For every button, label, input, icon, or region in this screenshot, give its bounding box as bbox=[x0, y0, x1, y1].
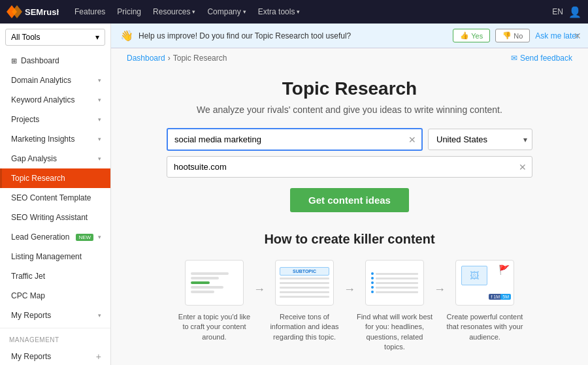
arrow-icon: → bbox=[253, 260, 265, 296]
feedback-bar: 👋 Help us improve! Do you find our Topic… bbox=[111, 24, 588, 48]
chevron-icon: ▾ bbox=[98, 312, 101, 319]
how-to-title: How to create killer content bbox=[137, 232, 562, 247]
dashboard-icon: ⊞ bbox=[11, 57, 17, 65]
list-item bbox=[371, 291, 418, 293]
sidebar-item-seo-writing-assistant[interactable]: SEO Writing Assistant bbox=[0, 208, 110, 227]
list-line bbox=[376, 278, 418, 279]
domain-input-wrapper: ✕ bbox=[167, 156, 532, 178]
sidebar-item-listing-management[interactable]: Listing Management bbox=[0, 247, 110, 266]
sidebar-item-projects[interactable]: Projects ▾ bbox=[0, 110, 110, 129]
chevron-icon: ▾ bbox=[98, 234, 101, 240]
sidebar-item-my-reports-mgmt[interactable]: My Reports + bbox=[0, 346, 110, 365]
sidebar-item-gap-analysis[interactable]: Gap Analysis ▾ bbox=[0, 149, 110, 168]
semrush-logo: SEMrush bbox=[7, 5, 59, 18]
send-feedback-link[interactable]: ✉ Send feedback bbox=[511, 54, 572, 63]
country-wrapper: United States United Kingdom Canada Aust… bbox=[428, 128, 532, 151]
tools-dropdown[interactable]: All Tools ▾ bbox=[5, 29, 105, 46]
chevron-icon: ▾ bbox=[98, 155, 101, 162]
close-icon[interactable]: ✕ bbox=[574, 31, 581, 41]
list-line bbox=[376, 291, 418, 293]
twitter-badge: 5M bbox=[500, 294, 511, 300]
page-title: Topic Research bbox=[137, 78, 562, 99]
feedback-text: Help us improve! Do you find our Topic R… bbox=[139, 31, 448, 40]
sidebar-item-my-reports[interactable]: My Reports ▾ bbox=[0, 306, 110, 325]
clear-topic-icon[interactable]: ✕ bbox=[408, 135, 416, 145]
list-item bbox=[371, 281, 418, 284]
subtopic-label: SUBTOPIC bbox=[280, 267, 329, 276]
topic-input-wrapper: ✕ bbox=[167, 128, 423, 151]
step-2-illustration: SUBTOPIC bbox=[275, 260, 334, 306]
nav-features[interactable]: Features bbox=[69, 0, 110, 24]
dot-icon bbox=[371, 272, 374, 275]
wave-icon: 👋 bbox=[120, 29, 133, 42]
steps-row: Enter a topic you'd like to craft your c… bbox=[137, 260, 562, 353]
list-line bbox=[376, 287, 418, 289]
step-4: 🖼 🚩 f 1M 5M Create powerful content that… bbox=[446, 260, 524, 342]
search-area: ✕ United States United Kingdom Canada Au… bbox=[167, 128, 532, 212]
sidebar-item-seo-content-template[interactable]: SEO Content Template bbox=[0, 188, 110, 208]
chevron-icon: ▾ bbox=[98, 77, 101, 84]
step-3: Find what will work best for you: headli… bbox=[355, 260, 434, 353]
ask-later-link[interactable]: Ask me later bbox=[535, 31, 579, 40]
sidebar-item-traffic-jet[interactable]: Traffic Jet bbox=[0, 266, 110, 286]
nav-pricing[interactable]: Pricing bbox=[112, 0, 146, 24]
user-menu[interactable]: 👤 bbox=[568, 6, 581, 18]
nav-links: Features Pricing Resources▾ Company▾ Ext… bbox=[69, 0, 542, 24]
nav-resources[interactable]: Resources▾ bbox=[148, 0, 201, 24]
illus-line bbox=[191, 272, 229, 275]
illus-line bbox=[191, 291, 214, 293]
top-nav: SEMrush Features Pricing Resources▾ Comp… bbox=[0, 0, 588, 24]
hero-section: Topic Research We analyze your rivals' c… bbox=[111, 65, 588, 219]
sidebar-item-dashboard[interactable]: ⊞ Dashboard bbox=[0, 51, 110, 71]
facebook-badge: f 1M bbox=[489, 294, 502, 300]
dot-icon bbox=[371, 291, 374, 293]
breadcrumb-dashboard[interactable]: Dashboard bbox=[127, 54, 165, 63]
step-4-text: Create powerful content that resonates w… bbox=[446, 312, 524, 342]
get-content-ideas-button[interactable]: Get content ideas bbox=[290, 188, 409, 212]
list-line bbox=[376, 273, 418, 275]
how-to-section: How to create killer content Enter a top… bbox=[111, 219, 588, 365]
step-1: Enter a topic you'd like to craft your c… bbox=[175, 260, 253, 342]
logo: SEMrush bbox=[7, 5, 59, 18]
dot-icon bbox=[371, 277, 374, 279]
sidebar: All Tools ▾ ⊞ Dashboard Domain Analytics… bbox=[0, 24, 111, 365]
yes-button[interactable]: 👍 Yes bbox=[453, 29, 490, 42]
management-label: MANAGEMENT bbox=[0, 331, 110, 346]
dot-icon bbox=[371, 281, 374, 284]
illus-line bbox=[191, 286, 223, 289]
list-item bbox=[371, 272, 418, 275]
image-icon: 🖼 bbox=[470, 270, 479, 281]
list-item bbox=[371, 286, 418, 289]
step-1-illustration bbox=[185, 260, 244, 306]
layout: All Tools ▾ ⊞ Dashboard Domain Analytics… bbox=[0, 24, 588, 365]
chevron-icon: ▾ bbox=[98, 97, 101, 103]
subtopic-line bbox=[280, 296, 329, 298]
list-line bbox=[376, 282, 418, 284]
illus-green-line bbox=[191, 281, 210, 284]
svg-text:SEMrush: SEMrush bbox=[25, 7, 59, 17]
step-1-text: Enter a topic you'd like to craft your c… bbox=[175, 312, 253, 342]
clear-domain-icon[interactable]: ✕ bbox=[519, 162, 527, 172]
list-item bbox=[371, 277, 418, 279]
nav-company[interactable]: Company▾ bbox=[202, 0, 251, 24]
sidebar-item-topic-research[interactable]: Topic Research bbox=[0, 168, 110, 188]
sidebar-item-marketing-insights[interactable]: Marketing Insights ▾ bbox=[0, 129, 110, 149]
no-button[interactable]: 👎 No bbox=[495, 29, 530, 42]
plus-icon: + bbox=[96, 351, 101, 362]
lang-selector[interactable]: EN bbox=[552, 7, 563, 16]
illus-line bbox=[191, 277, 219, 279]
topic-input[interactable] bbox=[168, 129, 421, 150]
sidebar-item-lead-generation[interactable]: Lead Generation NEW ▾ bbox=[0, 227, 110, 247]
arrow-icon: → bbox=[344, 260, 355, 296]
domain-input[interactable] bbox=[167, 157, 532, 177]
sidebar-item-keyword-analytics[interactable]: Keyword Analytics ▾ bbox=[0, 90, 110, 110]
country-select[interactable]: United States United Kingdom Canada Aust… bbox=[428, 129, 532, 150]
sidebar-item-cpc-map[interactable]: CPC Map bbox=[0, 286, 110, 306]
nav-extra-tools[interactable]: Extra tools▾ bbox=[253, 0, 306, 24]
nav-right: EN 👤 bbox=[552, 6, 581, 18]
search-row: ✕ United States United Kingdom Canada Au… bbox=[167, 128, 532, 151]
sidebar-item-domain-analytics[interactable]: Domain Analytics ▾ bbox=[0, 71, 110, 90]
chevron-icon: ▾ bbox=[98, 116, 101, 123]
subtopic-line bbox=[280, 278, 329, 279]
subtopic-line bbox=[280, 291, 329, 293]
